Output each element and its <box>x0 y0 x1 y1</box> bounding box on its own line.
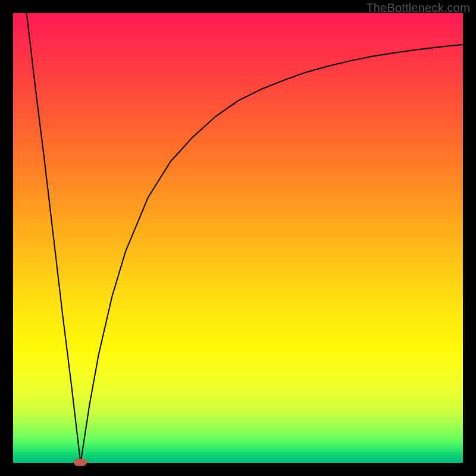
curve-right-branch <box>80 45 463 463</box>
optimum-marker <box>74 459 87 466</box>
chart-frame: TheBottleneck.com <box>0 0 476 476</box>
bottleneck-curve <box>13 13 463 463</box>
chart-plot-area <box>13 13 463 463</box>
watermark-text: TheBottleneck.com <box>366 1 470 15</box>
curve-left-branch <box>27 13 81 463</box>
